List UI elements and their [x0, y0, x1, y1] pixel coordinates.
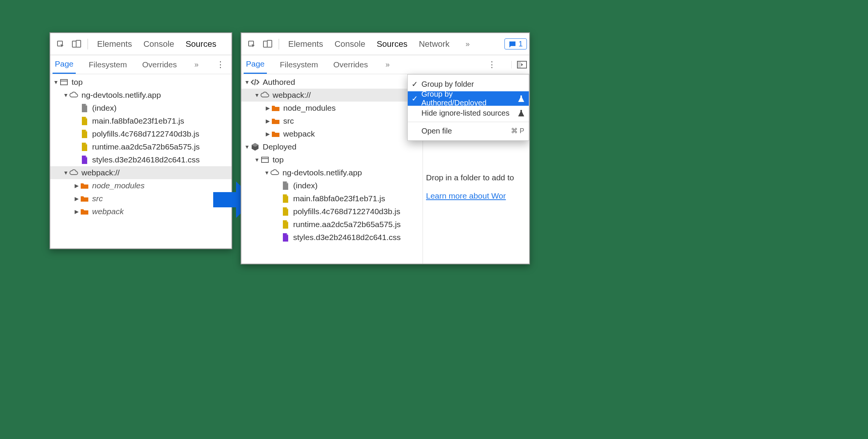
tree-file[interactable]: polyfills.4c768d7122740d3b.js [50, 127, 231, 140]
tree-folder[interactable]: ▶ src [50, 192, 231, 205]
sources-subtabs: Page Filesystem Overrides » ⋮ [241, 55, 529, 74]
learn-more-link[interactable]: Learn more about Wor [426, 191, 506, 200]
folder-name: webpack [283, 129, 315, 138]
more-tabs-icon[interactable]: » [466, 40, 470, 48]
issues-badge[interactable]: 1 [504, 38, 527, 49]
experiment-icon [518, 95, 524, 102]
kebab-menu-icon[interactable]: ⋮ [212, 60, 229, 70]
folder-name: node_modules [283, 103, 336, 113]
tree-file[interactable]: (index) [50, 102, 231, 115]
tree-folder[interactable]: ▶ src [241, 115, 424, 127]
menu-open-file[interactable]: Open file ⌘ P [408, 124, 529, 138]
file-icon [80, 155, 89, 164]
subtab-overrides[interactable]: Overrides [331, 55, 370, 74]
svg-rect-7 [267, 40, 272, 47]
tab-elements[interactable]: Elements [97, 39, 132, 49]
tab-network[interactable]: Network [419, 39, 450, 49]
device-toggle-icon[interactable] [69, 36, 85, 52]
file-name: polyfills.4c768d7122740d3b.js [92, 129, 199, 138]
tab-console[interactable]: Console [144, 39, 174, 49]
subtab-filesystem[interactable]: Filesystem [278, 55, 320, 74]
tree-top[interactable]: ▼ top [50, 76, 231, 89]
tree-file[interactable]: runtime.aa2dc5a72b65a575.js [241, 218, 424, 231]
shortcut-label: ⌘ P [511, 127, 524, 135]
tree-file[interactable]: styles.d3e2b24618d2c641.css [50, 153, 231, 166]
sources-subtabs: Page Filesystem Overrides » ⋮ [50, 55, 231, 74]
tree-webpack[interactable]: ▼ webpack:// [241, 89, 424, 102]
tree-label: webpack:// [81, 168, 120, 177]
check-icon: ✓ [412, 80, 421, 89]
chevron-down-icon: ▼ [62, 170, 69, 176]
tree-label: Deployed [263, 142, 297, 151]
tree-file[interactable]: polyfills.4c768d7122740d3b.js [241, 205, 424, 218]
file-name: (index) [92, 103, 116, 113]
chevron-down-icon: ▼ [244, 144, 251, 150]
main-toolbar: Elements Console Sources [50, 33, 231, 55]
tree-folder[interactable]: ▶ node_modules [50, 179, 231, 192]
chevron-down-icon: ▼ [254, 157, 260, 163]
tree-folder[interactable]: ▶ webpack [241, 127, 424, 140]
menu-group-by-authored-deployed[interactable]: ✓ Group by Authored/Deployed [408, 91, 529, 106]
folder-name: src [92, 194, 103, 203]
tree-file[interactable]: main.fa8bfa0e23f1eb71.js [241, 192, 424, 205]
device-toggle-icon[interactable] [260, 36, 276, 52]
menu-hide-ignore-listed[interactable]: Hide ignore-listed sources [408, 106, 529, 120]
chevron-down-icon: ▼ [53, 79, 59, 85]
chevron-down-icon: ▼ [263, 170, 270, 176]
tree-file[interactable]: (index) [241, 179, 424, 192]
tree-label: ng-devtools.netlify.app [282, 168, 362, 177]
more-tabs-icon[interactable]: » [385, 60, 389, 69]
file-icon [281, 220, 290, 229]
tab-elements[interactable]: Elements [288, 39, 323, 49]
subtab-filesystem[interactable]: Filesystem [86, 55, 129, 74]
tab-sources[interactable]: Sources [377, 39, 407, 49]
file-icon [281, 181, 290, 190]
inspect-icon[interactable] [244, 36, 260, 52]
chevron-down-icon: ▼ [244, 79, 251, 85]
experiment-icon [518, 110, 524, 116]
tree-deployed[interactable]: ▼ Deployed [241, 140, 424, 153]
svg-rect-3 [61, 80, 67, 85]
tree-webpack[interactable]: ▼ webpack:// [50, 166, 231, 179]
tab-sources[interactable]: Sources [185, 39, 216, 49]
toggle-navigator-icon[interactable] [511, 61, 527, 68]
main-tabs: Elements Console Sources Network » [288, 39, 470, 49]
tree-authored[interactable]: ▼ Authored [241, 76, 424, 89]
tree-file[interactable]: main.fa8bfa0e23f1eb71.js [50, 115, 231, 127]
cloud-icon [260, 91, 270, 100]
more-tabs-icon[interactable]: » [194, 60, 198, 69]
file-name: styles.d3e2b24618d2c641.css [92, 155, 200, 164]
tree-folder[interactable]: ▶ node_modules [241, 102, 424, 115]
svg-rect-10 [262, 157, 268, 162]
file-name: main.fa8bfa0e23f1eb71.js [293, 194, 385, 203]
tree-top[interactable]: ▼ top [241, 153, 424, 166]
tree-domain[interactable]: ▼ ng-devtools.netlify.app [241, 166, 424, 179]
tree-label: webpack:// [273, 91, 311, 100]
tab-console[interactable]: Console [335, 39, 365, 49]
subtab-page[interactable]: Page [244, 55, 267, 74]
issues-count: 1 [519, 40, 523, 48]
cloud-icon [69, 168, 78, 177]
svg-rect-9 [517, 61, 521, 68]
folder-name: webpack [92, 207, 124, 216]
inspect-icon[interactable] [53, 36, 69, 52]
kebab-menu-icon[interactable]: ⋮ [483, 60, 501, 70]
chevron-down-icon: ▼ [62, 92, 69, 98]
tree-folder[interactable]: ▶ webpack [50, 205, 231, 218]
file-icon [281, 194, 290, 203]
menu-separator [408, 122, 529, 122]
file-name: styles.d3e2b24618d2c641.css [293, 233, 401, 242]
tree-file[interactable]: runtime.aa2dc5a72b65a575.js [50, 140, 231, 153]
file-icon [80, 142, 89, 151]
menu-group-by-folder[interactable]: ✓ Group by folder [408, 77, 529, 91]
file-icon [281, 233, 290, 242]
subtab-page[interactable]: Page [53, 55, 76, 74]
tree-label: ng-devtools.netlify.app [81, 91, 161, 100]
file-name: (index) [293, 181, 318, 190]
subtab-overrides[interactable]: Overrides [140, 55, 179, 74]
folder-icon [271, 116, 280, 126]
tree-domain[interactable]: ▼ ng-devtools.netlify.app [50, 89, 231, 102]
chevron-right-icon: ▶ [73, 208, 80, 215]
issues-icon [509, 41, 516, 48]
tree-file[interactable]: styles.d3e2b24618d2c641.css [241, 231, 424, 244]
